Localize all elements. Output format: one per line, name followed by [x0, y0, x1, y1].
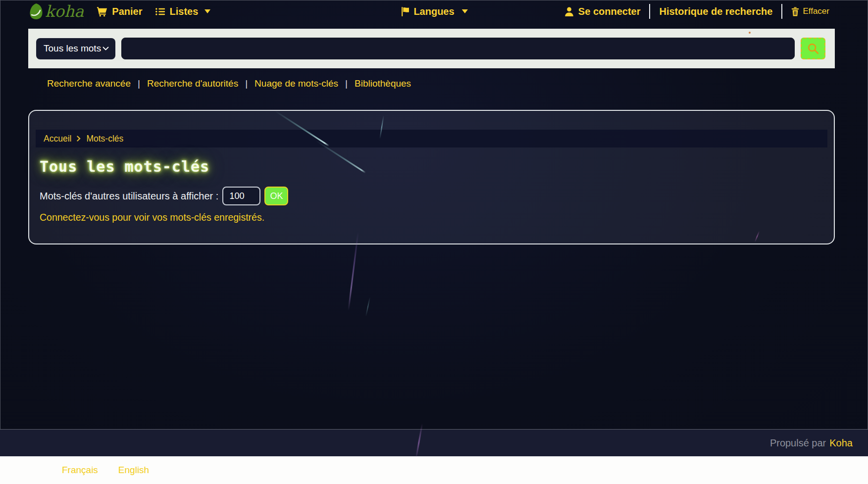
ok-button[interactable]: OK: [264, 187, 288, 205]
search-scope-select[interactable]: Tous les mots: [36, 38, 115, 59]
empty-area: [0, 244, 868, 429]
navbar-divider: [649, 4, 650, 19]
search-bar: Tous les mots: [28, 29, 835, 68]
opac-page: koha Panier: [0, 0, 868, 484]
breadcrumb: Accueil Mots-clés: [36, 130, 827, 147]
cart-label: Panier: [112, 6, 142, 17]
lists-label: Listes: [170, 6, 199, 17]
clear-history-button[interactable]: Effacer: [791, 6, 829, 16]
languages-dropdown[interactable]: Langues: [400, 6, 467, 17]
chevron-down-icon: [102, 47, 109, 51]
powered-by-text: Propulsé par: [770, 437, 826, 449]
quick-links-separator: |: [245, 78, 248, 89]
chevron-right-icon: [77, 136, 81, 142]
trash-icon: [791, 7, 799, 16]
quick-links-separator: |: [138, 78, 140, 89]
breadcrumb-current: Mots-clés: [86, 134, 123, 144]
tags-count-input[interactable]: [222, 187, 260, 205]
chevron-down-icon: [204, 9, 210, 13]
language-bar: Français English: [0, 456, 868, 484]
authority-search-link[interactable]: Recherche d'autorités: [147, 78, 238, 89]
search-input[interactable]: [121, 38, 795, 59]
language-francais-link[interactable]: Français: [62, 465, 98, 476]
login-button[interactable]: Se connecter: [564, 6, 641, 17]
navbar-right-group: Se connecter Historique de recherche Eff…: [564, 4, 829, 19]
top-navbar: koha Panier: [0, 0, 868, 23]
list-icon: [155, 7, 165, 16]
login-label: Se connecter: [578, 6, 641, 17]
navbar-divider: [781, 4, 782, 19]
koha-logo-icon: [29, 3, 44, 20]
koha-logo-text: koha: [45, 3, 84, 19]
login-prompt-link[interactable]: Connectez-vous pour voir vos mots-clés e…: [40, 212, 264, 223]
chevron-down-icon: [462, 9, 468, 13]
lists-dropdown[interactable]: Listes: [155, 6, 211, 17]
koha-link[interactable]: Koha: [829, 437, 853, 449]
search-history-label: Historique de recherche: [659, 6, 772, 17]
languages-label: Langues: [413, 6, 454, 17]
search-icon: [807, 43, 819, 54]
footer: Propulsé par Koha: [0, 429, 868, 456]
search-submit-button[interactable]: [801, 38, 825, 59]
tags-count-label: Mots-clés d'autres utilisateurs à affich…: [40, 191, 218, 202]
search-history-link[interactable]: Historique de recherche: [659, 6, 772, 17]
search-scope-value: Tous les mots: [44, 43, 101, 54]
tags-display-form: Mots-clés d'autres utilisateurs à affich…: [40, 187, 827, 205]
user-icon: [564, 7, 574, 16]
navbar-left-group: koha Panier: [29, 3, 210, 20]
cart-icon: [97, 6, 107, 17]
breadcrumb-home-link[interactable]: Accueil: [44, 134, 71, 144]
language-english-link[interactable]: English: [118, 465, 149, 476]
tag-cloud-link[interactable]: Nuage de mots-clés: [255, 78, 338, 89]
cart-button[interactable]: Panier: [97, 6, 142, 17]
navbar-center-group: Langues: [400, 0, 467, 23]
flag-icon: [400, 7, 409, 16]
page-title: Tous les mots-clés: [40, 158, 209, 175]
clear-history-label: Effacer: [803, 6, 829, 16]
main-content-card: Accueil Mots-clés Tous les mots-clés Mot…: [28, 110, 835, 244]
card-body: Tous les mots-clés Mots-clés d'autres ut…: [36, 158, 827, 223]
advanced-search-link[interactable]: Recherche avancée: [47, 78, 131, 89]
quick-links: Recherche avancée | Recherche d'autorité…: [0, 68, 868, 97]
libraries-link[interactable]: Bibliothèques: [355, 78, 411, 89]
quick-links-separator: |: [345, 78, 348, 89]
koha-logo[interactable]: koha: [29, 3, 84, 20]
